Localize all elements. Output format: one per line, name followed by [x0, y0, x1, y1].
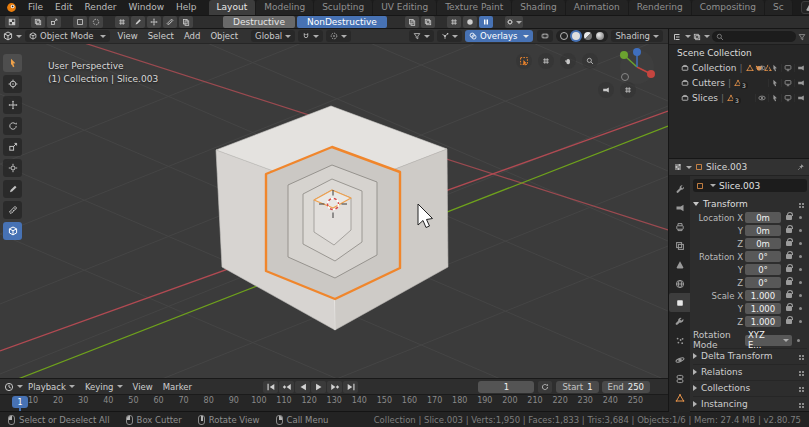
transform-panel-header[interactable]: Transform [693, 197, 807, 211]
menu-render[interactable]: Render [79, 2, 123, 12]
tab-object-data[interactable] [669, 388, 690, 407]
object-name-field[interactable]: Slice.003 [693, 179, 807, 192]
viewport-menu-view[interactable]: View [113, 31, 143, 41]
shape-circle-icon[interactable] [89, 16, 103, 28]
tab-constraints[interactable] [669, 369, 690, 388]
animate-dot-icon[interactable] [799, 307, 802, 310]
rotation-mode-dropdown[interactable]: XYZ E... [745, 335, 792, 346]
panel-instancing[interactable]: Instancing [693, 396, 807, 411]
menu-file[interactable]: File [22, 2, 49, 12]
outliner-search-input[interactable] [712, 31, 796, 42]
mode-selector[interactable]: Object Mode [25, 30, 110, 42]
timeline-menu-view[interactable]: View [128, 382, 158, 392]
tab-tool[interactable] [669, 179, 690, 198]
outliner-row-cutters[interactable]: Cutters | 3 [669, 75, 809, 90]
transform-tool[interactable] [3, 159, 22, 177]
behavior-icon[interactable] [405, 16, 419, 28]
lock-icon[interactable] [786, 215, 792, 220]
viewport-menu-select[interactable]: Select [143, 31, 179, 41]
expand-icon[interactable] [147, 16, 161, 28]
solid-display-icon[interactable] [463, 16, 477, 28]
value-field[interactable]: 0m [745, 238, 781, 249]
solid-shading-icon[interactable] [572, 32, 580, 40]
workspace-tab-texture-paint[interactable]: Texture Paint [437, 0, 512, 15]
panel-delta-transform[interactable]: Delta Transform [693, 348, 807, 363]
value-field[interactable]: 0m [745, 212, 781, 223]
pin-icon[interactable] [797, 163, 805, 171]
cursor-tool[interactable] [3, 75, 22, 93]
lock-icon[interactable] [786, 280, 792, 285]
animate-dot-icon[interactable] [799, 216, 802, 219]
animate-dot-icon[interactable] [799, 281, 802, 284]
lock-icon[interactable] [786, 293, 792, 298]
proportional-editing-toggle[interactable] [326, 30, 351, 42]
current-frame-field[interactable]: 1 [478, 381, 534, 393]
panel-grip-icon[interactable] [799, 355, 801, 357]
animate-dot-icon[interactable] [799, 242, 802, 245]
annotate-tool[interactable] [3, 180, 22, 198]
shape-box-icon[interactable] [73, 16, 87, 28]
wire-display-icon[interactable] [447, 16, 461, 28]
properties-editor-selector[interactable] [673, 162, 692, 172]
workspace-tab-layout[interactable]: Layout [209, 0, 257, 15]
panel-grip-icon[interactable] [799, 403, 801, 405]
start-frame-field[interactable]: Start 1 [556, 381, 598, 393]
editor-type-selector[interactable] [3, 31, 22, 41]
viewport-canvas[interactable] [0, 44, 668, 378]
snap-toggle[interactable] [298, 30, 323, 42]
render-disable-icon[interactable] [794, 64, 807, 72]
timeline-menu-marker[interactable]: Marker [158, 382, 197, 392]
play-reverse-button[interactable] [295, 381, 310, 393]
boxcutter-region-icon[interactable] [516, 53, 532, 69]
tab-world[interactable] [669, 274, 690, 293]
wireframe-shading-icon[interactable] [560, 32, 568, 40]
render-disable-icon[interactable] [794, 79, 807, 87]
workspace-tab-rendering[interactable]: Rendering [629, 0, 692, 15]
pause-toggle-icon[interactable] [479, 16, 493, 28]
panel-grip-icon[interactable] [799, 203, 801, 205]
lock-icon[interactable] [786, 306, 792, 311]
rotate-tool[interactable] [3, 117, 22, 135]
workspace-tab-uv-editing[interactable]: UV Editing [373, 0, 437, 15]
value-field[interactable]: 1.000 [745, 316, 781, 327]
prev-keyframe-button[interactable] [279, 381, 294, 393]
viewport-disable-icon[interactable] [781, 79, 794, 87]
lock-icon[interactable] [786, 319, 792, 324]
camera-view-icon[interactable] [598, 82, 614, 98]
outliner-row-slices[interactable]: Slices | 3 [669, 90, 809, 105]
blender-logo[interactable] [6, 2, 17, 13]
workspace-tab-scripting-truncated[interactable]: Sc [765, 0, 793, 15]
jump-to-end-button[interactable] [343, 381, 358, 393]
tab-scene[interactable] [669, 255, 690, 274]
end-frame-field[interactable]: End 250 [602, 381, 650, 393]
viewport-disable-icon[interactable] [781, 64, 794, 72]
gizmos-dropdown[interactable] [437, 30, 462, 42]
draw-icon[interactable] [131, 16, 145, 28]
animate-dot-icon[interactable] [799, 229, 802, 232]
scene-selector[interactable]: Scene [801, 1, 809, 14]
animate-dot-icon[interactable] [799, 294, 802, 297]
3d-viewport[interactable]: User Perspective (1) Collection | Slice.… [0, 44, 668, 378]
select-box-tool[interactable] [3, 54, 22, 72]
lock-icon[interactable] [786, 267, 792, 272]
grid-snap-icon[interactable] [538, 53, 554, 69]
animate-dot-icon[interactable] [799, 320, 802, 323]
lock-icon[interactable] [786, 254, 792, 259]
tool-options-gear-icon[interactable] [505, 16, 523, 28]
timeline-editor-selector[interactable] [4, 382, 23, 392]
timeline-menu-playback[interactable]: Playback [23, 382, 80, 392]
value-field[interactable]: 0° [745, 277, 781, 288]
workspace-tab-modeling[interactable]: Modeling [256, 0, 314, 15]
slice-mode-icon[interactable] [47, 16, 61, 28]
panel-collections[interactable]: Collections [693, 380, 807, 395]
selectable-icon[interactable] [768, 64, 781, 72]
animate-dot-icon[interactable] [799, 255, 802, 258]
lock-icon[interactable] [786, 241, 792, 246]
timeline-menu-keying[interactable]: Keying [80, 382, 128, 392]
outliner-editor-selector[interactable] [672, 32, 691, 42]
shading-dropdown[interactable]: Shading [611, 30, 663, 42]
hide-eye-icon[interactable] [755, 64, 768, 72]
workspace-tab-shading[interactable]: Shading [512, 0, 566, 15]
hide-eye-icon[interactable] [755, 94, 768, 102]
move-tool[interactable] [3, 96, 22, 114]
